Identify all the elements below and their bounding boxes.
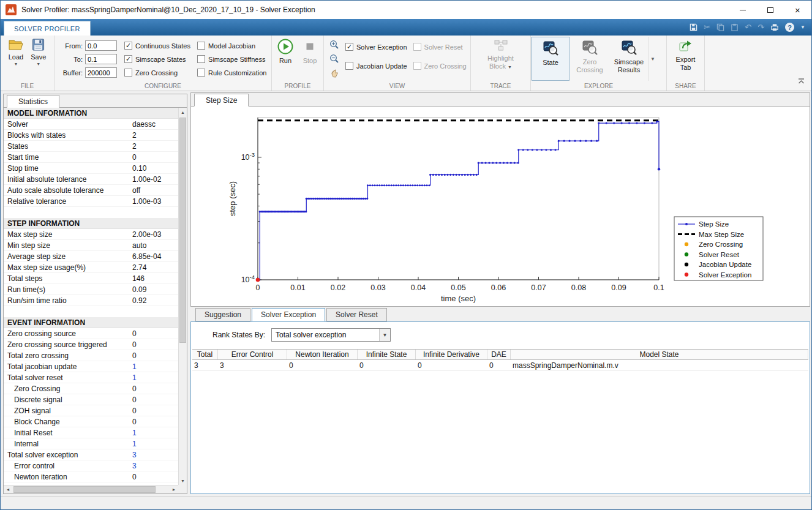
checkbox[interactable] bbox=[413, 43, 421, 51]
redo-icon[interactable]: ↷ bbox=[757, 23, 764, 31]
zero-crossing-button[interactable]: Zero Crossing bbox=[570, 37, 609, 81]
stats-section-header: EVENT INFORMATION bbox=[4, 317, 178, 328]
tab-solver-reset[interactable]: Solver Reset bbox=[326, 308, 387, 321]
scroll-down-icon[interactable]: ▼ bbox=[179, 476, 187, 485]
stats-value-link[interactable]: 1 bbox=[132, 440, 137, 448]
minimize-button[interactable] bbox=[729, 1, 756, 19]
checkbox[interactable] bbox=[197, 42, 205, 50]
stats-value-link[interactable]: 3 bbox=[132, 451, 137, 459]
zoom-in-button[interactable] bbox=[329, 39, 340, 50]
column-header-infinite-derivative[interactable]: Infinite Derivative bbox=[416, 350, 487, 359]
maximize-button[interactable] bbox=[756, 1, 784, 19]
state-button[interactable]: State bbox=[531, 37, 570, 81]
load-button[interactable]: Load ▼ bbox=[6, 36, 26, 81]
save-button[interactable]: Save ▼ bbox=[28, 36, 49, 81]
checkbox[interactable]: ✓ bbox=[124, 42, 132, 50]
chevron-down-icon[interactable]: ▼ bbox=[800, 24, 805, 30]
stats-value-link[interactable]: 1 bbox=[132, 373, 137, 382]
tab-solver-profiler[interactable]: SOLVER PROFILER bbox=[4, 21, 91, 36]
stats-label: Auto scale absolute tolerance bbox=[4, 186, 103, 195]
checkbox[interactable] bbox=[124, 69, 132, 77]
undo-icon[interactable]: ↶ bbox=[745, 23, 751, 31]
checkbox[interactable]: ✓ bbox=[345, 43, 353, 51]
checkbox[interactable] bbox=[197, 69, 205, 77]
stats-value-link[interactable]: 1 bbox=[132, 362, 137, 371]
column-header-error-control[interactable]: Error Control bbox=[218, 350, 287, 359]
scrollbar-thumb[interactable] bbox=[13, 486, 156, 493]
run-button[interactable]: Run bbox=[274, 36, 296, 81]
stats-value-link[interactable]: 1 bbox=[132, 429, 137, 437]
view-checkbox-solver-reset[interactable]: Solver Reset bbox=[413, 43, 470, 51]
configure-checkbox-simscape-states[interactable]: ✓Simscape States bbox=[124, 55, 192, 63]
checkbox[interactable] bbox=[197, 55, 205, 63]
export-tab-button[interactable]: Export Tab bbox=[669, 36, 703, 81]
export-tab-label: Export Tab bbox=[672, 56, 700, 71]
close-button[interactable]: × bbox=[784, 1, 811, 19]
to-input[interactable] bbox=[85, 54, 117, 64]
stats-label: EVENT INFORMATION bbox=[4, 318, 85, 327]
tab-statistics[interactable]: Statistics bbox=[7, 95, 59, 108]
buffer-input[interactable] bbox=[85, 67, 117, 78]
view-checkbox-zero-crossing[interactable]: Zero Crossing bbox=[413, 62, 470, 70]
tab-solver-exception[interactable]: Solver Exception bbox=[252, 308, 325, 321]
save-icon[interactable] bbox=[690, 23, 697, 31]
highlight-block-button[interactable]: Highlight Block ▼ bbox=[479, 36, 522, 81]
statistics-horizontal-scrollbar[interactable]: ◄ ► bbox=[4, 485, 178, 493]
stats-value: auto bbox=[132, 241, 146, 250]
scroll-left-icon[interactable]: ◄ bbox=[4, 486, 12, 493]
column-header-infinite-state[interactable]: Infinite State bbox=[358, 350, 416, 359]
save-label: Save bbox=[31, 53, 46, 61]
help-icon[interactable]: ? bbox=[785, 23, 794, 32]
checkbox[interactable] bbox=[345, 62, 353, 70]
svg-text:10-3: 10-3 bbox=[241, 151, 255, 162]
configure-checkbox-simscape-stiffness[interactable]: Simscape Stiffness bbox=[197, 55, 271, 63]
configure-checkbox-label: Simscape Stiffness bbox=[208, 56, 265, 63]
statistics-vertical-scrollbar[interactable]: ▲ ▼ bbox=[178, 108, 187, 485]
stats-label: Initial Reset bbox=[4, 429, 53, 437]
svg-text:Step Size: Step Size bbox=[699, 220, 729, 228]
view-checkbox-solver-exception[interactable]: ✓Solver Exception bbox=[345, 43, 410, 51]
ribbon-section-view: ✓Solver ExceptionJacobian Update Solver … bbox=[324, 36, 471, 91]
table-row[interactable]: 330000massSpringDamperNominal.m.v bbox=[192, 360, 808, 371]
tab-step-size[interactable]: Step Size bbox=[194, 94, 249, 107]
svg-text:0.01: 0.01 bbox=[290, 283, 305, 292]
scroll-right-icon[interactable]: ► bbox=[170, 486, 178, 493]
from-input[interactable] bbox=[85, 40, 117, 51]
stats-label: Min step size bbox=[4, 241, 50, 250]
tab-suggestion[interactable]: Suggestion bbox=[195, 308, 250, 321]
configure-checkbox-model-jacobian[interactable]: Model Jacobian bbox=[197, 42, 271, 50]
stats-row: Discrete signal0 bbox=[4, 394, 178, 405]
rank-states-dropdown[interactable]: Total solver exception ▼ bbox=[271, 328, 391, 342]
column-header-newton-iteration[interactable]: Newton Iteration bbox=[287, 350, 358, 359]
configure-checkbox-continuous-states[interactable]: ✓Continuous States bbox=[124, 42, 192, 50]
view-checkbox-jacobian-update[interactable]: Jacobian Update bbox=[345, 62, 410, 70]
column-header-total[interactable]: Total bbox=[192, 350, 218, 359]
scrollbar-thumb[interactable] bbox=[179, 118, 186, 343]
configure-checkbox-rule-customization[interactable]: Rule Customization bbox=[197, 69, 271, 77]
simscape-results-button[interactable]: Simscape Results bbox=[609, 37, 648, 81]
scroll-up-icon[interactable]: ▲ bbox=[179, 108, 187, 116]
column-header-model-state[interactable]: Model State bbox=[511, 350, 808, 359]
stats-label: Total jacobian update bbox=[4, 362, 77, 371]
stats-value-link[interactable]: 3 bbox=[132, 462, 137, 470]
configure-checkbox-zero-crossing[interactable]: Zero Crossing bbox=[124, 69, 192, 77]
step-size-chart[interactable]: 10-310-400.010.020.030.040.050.060.070.0… bbox=[191, 107, 810, 306]
copy-icon[interactable] bbox=[716, 23, 724, 31]
stop-button[interactable]: Stop bbox=[299, 36, 321, 81]
simscape-results-label: Simscape Results bbox=[612, 58, 645, 73]
checkbox[interactable]: ✓ bbox=[124, 55, 132, 63]
highlight-block-icon bbox=[494, 39, 508, 53]
print-icon[interactable] bbox=[770, 23, 779, 31]
pan-hand-button[interactable] bbox=[329, 67, 340, 78]
explore-overflow-button[interactable]: ▼ bbox=[648, 37, 656, 81]
paste-icon[interactable] bbox=[731, 23, 739, 31]
stats-label: Max step size bbox=[4, 230, 52, 239]
stats-row: Zero crossing source triggered0 bbox=[4, 339, 178, 350]
zoom-out-button[interactable] bbox=[329, 53, 340, 64]
collapse-ribbon-button[interactable] bbox=[797, 76, 805, 87]
column-header-dae[interactable]: DAE bbox=[487, 350, 511, 359]
stats-row: Internal1 bbox=[4, 438, 178, 449]
cut-icon[interactable]: ✂ bbox=[704, 23, 710, 31]
stats-value: 0 bbox=[132, 473, 137, 481]
checkbox[interactable] bbox=[413, 62, 421, 70]
